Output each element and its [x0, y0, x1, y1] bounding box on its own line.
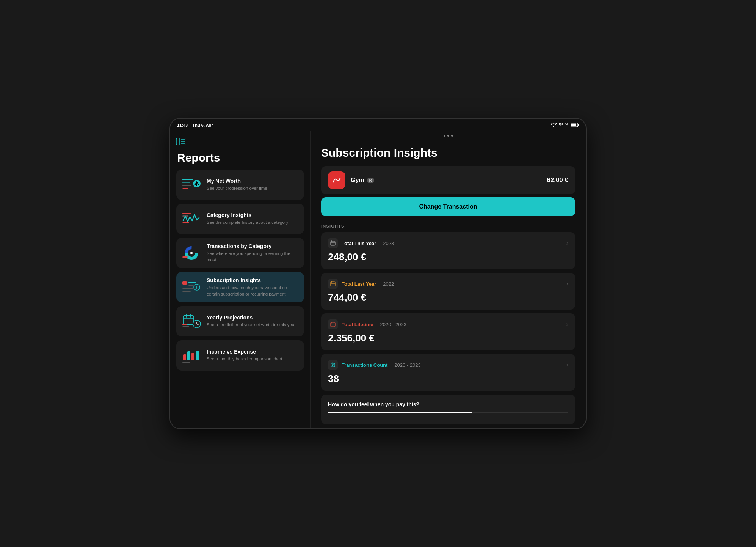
nav-item-title-subscription: Subscription Insights [207, 277, 299, 283]
subscription-header: Gym R 62,00 € [321, 166, 575, 194]
sidebar-toggle-icon[interactable] [176, 138, 186, 145]
sidebar-item-yearly-projections[interactable]: Yearly Projections See a prediction of y… [176, 306, 304, 336]
nav-item-text-trans-cat: Transactions by Category See where are y… [207, 243, 299, 262]
device-frame: 11:43 Thu 6. Apr 55 % [169, 118, 587, 429]
insight-row-left-this-year: Total This Year 2023 [328, 238, 394, 248]
yearly-projections-icon [182, 311, 201, 331]
subscription-icon: i [182, 277, 201, 297]
battery-percent: 55 % [559, 123, 568, 127]
sidebar-top-bar [176, 135, 304, 151]
svg-rect-1 [571, 124, 576, 126]
svg-rect-21 [182, 256, 188, 258]
chevron-last-year: › [566, 280, 568, 287]
nav-item-desc-subscription: Understand how much you have spent on ce… [207, 285, 299, 297]
svg-rect-30 [183, 316, 194, 325]
insight-year-count: 2020 - 2023 [394, 362, 420, 368]
nav-item-desc-income: See a monthly based comparison chart [207, 356, 299, 362]
insight-label-last-year: Total Last Year [342, 281, 376, 287]
transactions-category-icon [182, 243, 201, 263]
lifetime-icon [328, 319, 338, 329]
insight-card-total-this-year[interactable]: Total This Year 2023 › 248,00 € [321, 232, 575, 269]
svg-rect-25 [188, 285, 194, 286]
net-worth-icon [182, 175, 201, 195]
svg-rect-11 [182, 188, 188, 189]
insight-card-total-last-year[interactable]: Total Last Year 2022 › 744,00 € [321, 273, 575, 310]
svg-rect-9 [182, 182, 190, 183]
insight-year-last-year: 2022 [383, 281, 394, 287]
calendar-icon [328, 238, 338, 248]
status-date: Thu 6. Apr [193, 123, 213, 127]
main-panel: Subscription Insights Gy [311, 131, 586, 428]
chevron-lifetime: › [566, 321, 568, 328]
dot-1 [444, 135, 445, 137]
nav-item-desc-net-worth: See your progression over time [207, 185, 299, 191]
svg-rect-2 [578, 124, 579, 126]
nav-item-desc-trans-cat: See where are you spending or earning th… [207, 250, 299, 262]
nav-item-title-yearly: Yearly Projections [207, 314, 299, 321]
change-transaction-button[interactable]: Change Transaction [321, 197, 575, 216]
insight-row-left-last-year: Total Last Year 2022 [328, 279, 394, 289]
status-time: 11:43 [177, 123, 188, 127]
sidebar-item-my-net-worth[interactable]: My Net Worth See your progression over t… [176, 170, 304, 200]
svg-text:i: i [196, 285, 198, 289]
insight-row-lifetime: Total Lifetime 2020 - 2023 › [328, 319, 568, 329]
svg-rect-42 [196, 351, 199, 360]
svg-rect-45 [331, 241, 335, 245]
svg-rect-49 [331, 282, 335, 286]
status-right: 55 % [551, 123, 579, 127]
sidebar-item-income-expense[interactable]: Income vs Expense See a monthly based co… [176, 340, 304, 371]
gym-amount: 62,00 € [547, 176, 568, 184]
sidebar-item-subscription-insights[interactable]: i Subscription Insights Understand how m… [176, 272, 304, 302]
svg-rect-16 [182, 222, 189, 223]
insight-card-transactions-count[interactable]: # Transactions Count 2020 - 2023 › 38 [321, 354, 575, 391]
svg-rect-26 [182, 288, 194, 289]
insight-label-this-year: Total This Year [342, 240, 376, 246]
sidebar: Reports M [170, 131, 311, 428]
dot-2 [447, 135, 449, 137]
chevron-count: › [566, 362, 568, 368]
main-top-bar [311, 131, 586, 140]
svg-rect-24 [188, 282, 196, 283]
insight-label-lifetime: Total Lifetime [342, 322, 373, 327]
category-icon [182, 209, 201, 229]
nav-item-title-income: Income vs Expense [207, 349, 299, 355]
dot-3 [451, 135, 453, 137]
feeling-bar[interactable] [328, 412, 568, 413]
svg-rect-37 [182, 326, 189, 327]
svg-rect-27 [182, 291, 191, 292]
insight-year-lifetime: 2020 - 2023 [380, 322, 406, 327]
dots-menu[interactable] [444, 135, 453, 137]
nav-item-text-category: Category Insights See the complete histo… [207, 212, 299, 225]
nav-item-text-net-worth: My Net Worth See your progression over t… [207, 178, 299, 191]
insight-value-lifetime: 2.356,00 € [328, 332, 568, 344]
svg-rect-57 [331, 363, 335, 367]
insight-row-last-year: Total Last Year 2022 › [328, 279, 568, 289]
sidebar-item-transactions-category[interactable]: Transactions by Category See where are y… [176, 238, 304, 268]
insights-label: INSIGHTS [321, 224, 575, 228]
nav-item-title-net-worth: My Net Worth [207, 178, 299, 184]
svg-rect-41 [191, 353, 194, 360]
gym-app-icon [328, 171, 345, 189]
svg-rect-14 [182, 213, 191, 214]
status-left: 11:43 Thu 6. Apr [177, 121, 213, 128]
svg-rect-53 [331, 322, 335, 327]
insight-card-total-lifetime[interactable]: Total Lifetime 2020 - 2023 › 2.356,00 € [321, 313, 575, 350]
sidebar-item-category-insights[interactable]: Category Insights See the complete histo… [176, 204, 304, 234]
nav-item-text-yearly: Yearly Projections See a prediction of y… [207, 314, 299, 328]
main-content: Subscription Insights Gy [311, 140, 586, 428]
nav-item-title-trans-cat: Transactions by Category [207, 243, 299, 249]
svg-rect-40 [187, 351, 190, 360]
income-expense-icon [182, 346, 201, 365]
nav-item-title-category: Category Insights [207, 212, 299, 218]
insight-row-this-year: Total This Year 2023 › [328, 238, 568, 248]
app-container: Reports M [170, 131, 586, 428]
insight-row-left-count: # Transactions Count 2020 - 2023 [328, 360, 421, 370]
count-icon: # [328, 360, 338, 370]
insight-value-last-year: 744,00 € [328, 292, 568, 303]
svg-rect-10 [182, 185, 191, 186]
insight-label-count: Transactions Count [342, 362, 387, 368]
wifi-icon [551, 123, 557, 127]
insight-row-left-lifetime: Total Lifetime 2020 - 2023 [328, 319, 406, 329]
chevron-this-year: › [566, 240, 568, 247]
svg-rect-8 [182, 179, 193, 180]
